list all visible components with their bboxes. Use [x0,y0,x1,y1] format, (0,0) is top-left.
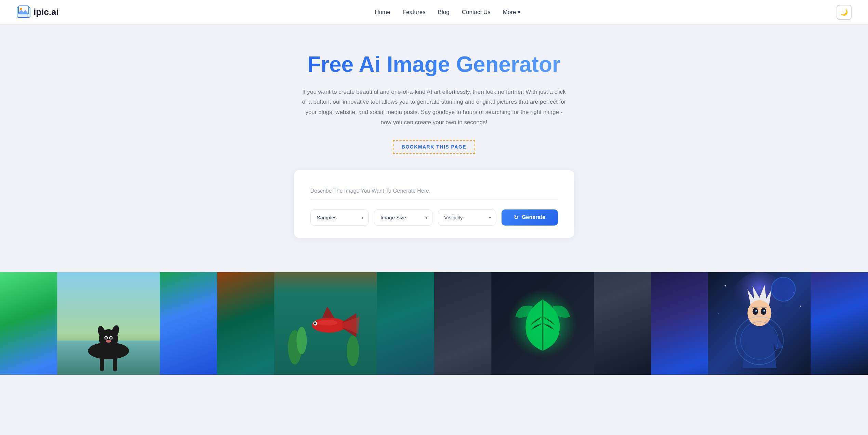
generate-button[interactable]: ↻ Generate [502,209,558,226]
gallery-item-anime[interactable] [651,272,868,375]
image-gallery [0,272,868,375]
svg-rect-14 [100,358,104,371]
prompt-input[interactable] [310,182,558,200]
controls-row: Samples 1 2 3 4 ▾ Image Size 512x512 768… [310,209,558,226]
svg-point-30 [725,285,726,286]
svg-point-2 [20,8,22,10]
svg-rect-15 [113,358,117,371]
dark-mode-toggle[interactable]: 🌙 [837,5,852,20]
svg-point-19 [296,327,307,354]
svg-point-13 [106,340,111,343]
svg-point-25 [317,320,337,325]
logo[interactable]: ipic.ai [16,5,59,20]
hero-title: Free Ai Image Generator [287,52,581,77]
refresh-icon: ↻ [514,214,518,221]
hero-section: Free Ai Image Generator If you want to c… [0,25,868,375]
svg-point-33 [800,306,801,307]
logo-text: ipic.ai [34,7,59,17]
samples-wrapper: Samples 1 2 3 4 ▾ [310,209,369,226]
image-size-select[interactable]: Image Size 512x512 768x768 1024x1024 [374,209,432,226]
gallery-item-fish[interactable] [217,272,434,375]
svg-point-20 [347,335,359,366]
svg-point-36 [748,300,772,326]
visibility-select[interactable]: Visibility Public Private [438,209,496,226]
image-size-wrapper: Image Size 512x512 768x768 1024x1024 ▾ [374,209,432,226]
samples-select[interactable]: Samples 1 2 3 4 [310,209,369,226]
bookmark-button[interactable]: BOOKMARK THIS PAGE [393,140,475,154]
generator-card: Samples 1 2 3 4 ▾ Image Size 512x512 768… [294,170,574,238]
nav-blog[interactable]: Blog [438,9,450,16]
hero-subtitle: If you want to create beautiful and one-… [301,87,567,128]
nav-home[interactable]: Home [375,9,390,16]
svg-point-12 [110,337,112,339]
svg-point-32 [718,313,719,314]
nav-features[interactable]: Features [403,9,426,16]
nav-contact[interactable]: Contact Us [462,9,491,16]
moon-icon: 🌙 [840,9,848,16]
gallery-item-leaf[interactable] [434,272,651,375]
svg-point-24 [314,322,316,324]
svg-point-11 [105,337,107,339]
navbar: ipic.ai Home Features Blog Contact Us Mo… [0,0,868,25]
visibility-wrapper: Visibility Public Private ▾ [438,209,496,226]
svg-point-41 [756,310,757,311]
logo-icon [16,5,31,20]
chevron-down-icon: ▾ [518,9,521,16]
svg-point-42 [764,310,765,311]
leaf-image [434,272,651,375]
hero-content: Free Ai Image Generator If you want to c… [280,25,588,272]
dog-image [0,272,217,375]
nav-links: Home Features Blog Contact Us More ▾ [375,9,520,16]
nav-more[interactable]: More ▾ [503,9,521,16]
nav-right: 🌙 [837,5,852,20]
gallery-item-dog[interactable] [0,272,217,375]
anime-image [651,272,868,375]
fish-image [217,272,434,375]
